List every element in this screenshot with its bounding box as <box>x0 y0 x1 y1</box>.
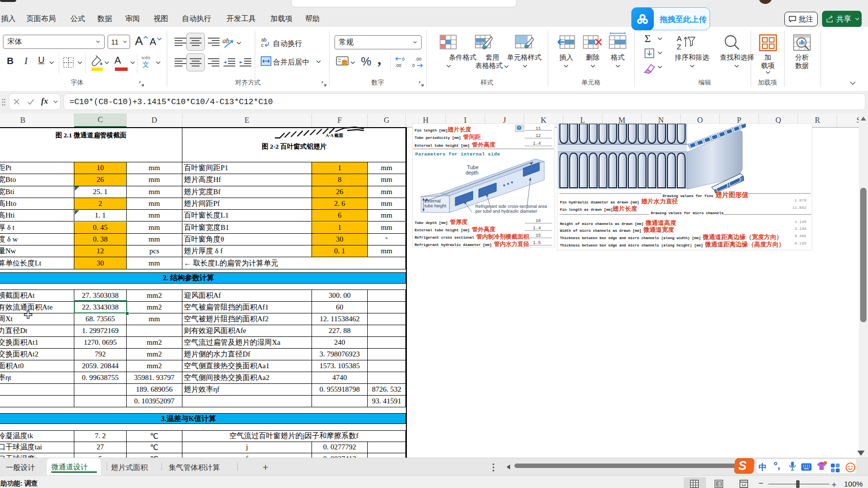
svg-text:.00: .00 <box>415 57 422 62</box>
svg-text:.00: .00 <box>395 63 401 68</box>
svg-text:depth: depth <box>466 170 478 176</box>
svg-text:0: 0 <box>412 63 415 68</box>
svg-text:0: 0 <box>402 57 404 62</box>
svg-text:A: A <box>677 34 682 43</box>
svg-text:Z: Z <box>677 43 681 51</box>
svg-text:c: c <box>261 43 264 48</box>
svg-text:ab: ab <box>261 37 267 43</box>
